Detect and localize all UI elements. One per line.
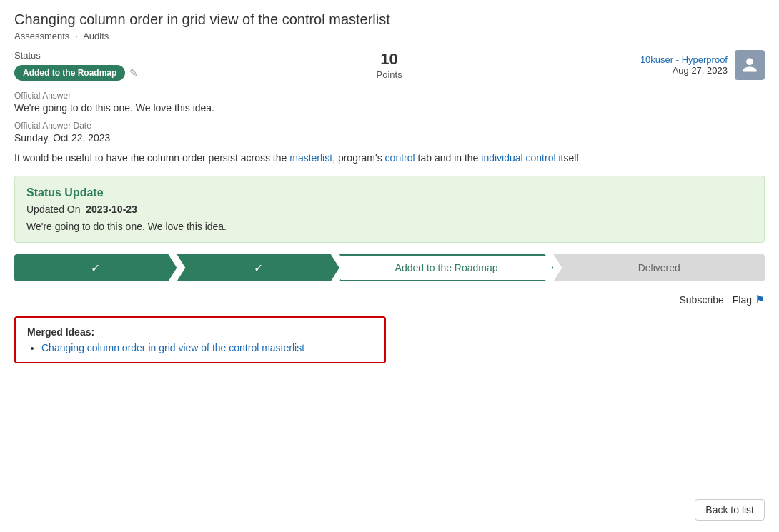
back-to-list-button[interactable]: Back to list xyxy=(695,499,765,521)
breadcrumb-separator: · xyxy=(75,31,80,41)
bottom-bar: Back to list xyxy=(695,499,765,521)
progress-step-2: ✓ xyxy=(177,254,339,281)
flag-label: Flag xyxy=(733,294,752,306)
flag-button[interactable]: Flag ⚑ xyxy=(733,293,765,306)
avatar-icon xyxy=(741,56,758,74)
edit-status-icon[interactable]: ✎ xyxy=(129,67,138,79)
progress-bar: ✓ ✓ Added to the Roadmap Delivered xyxy=(14,254,765,281)
avatar xyxy=(735,50,765,80)
official-date-label: Official Answer Date xyxy=(14,121,765,131)
status-label: Status xyxy=(14,50,138,61)
status-update-box: Status Update Updated On 2023-10-23 We'r… xyxy=(14,176,765,243)
status-update-date-label: Updated On xyxy=(26,204,81,215)
actions-row: Subscribe Flag ⚑ xyxy=(14,293,765,306)
breadcrumb-item-audits[interactable]: Audits xyxy=(83,31,109,41)
points-section: 10 Points xyxy=(361,50,418,80)
status-update-title: Status Update xyxy=(26,186,753,199)
merged-ideas-box: Merged Ideas: Changing column order in g… xyxy=(14,316,386,363)
official-answer-section: Official Answer We're going to do this o… xyxy=(14,91,765,114)
official-answer-text: We're going to do this one. We love this… xyxy=(14,102,765,114)
points-label: Points xyxy=(377,69,402,80)
status-update-date-value: 2023-10-23 xyxy=(86,204,137,215)
subscribe-button[interactable]: Subscribe xyxy=(680,294,724,306)
status-badge-row: Added to the Roadmap ✎ xyxy=(14,65,138,81)
author-date: Aug 27, 2023 xyxy=(640,65,728,76)
flag-icon: ⚑ xyxy=(755,293,765,306)
desc-highlight-2: control xyxy=(385,152,415,164)
progress-step-1: ✓ xyxy=(14,254,177,281)
status-update-body: We're going to do this one. We love this… xyxy=(26,221,753,232)
merged-ideas-list: Changing column order in grid view of th… xyxy=(27,342,373,353)
checkmark-2: ✓ xyxy=(254,261,263,275)
desc-highlight-3: individual control xyxy=(481,152,555,164)
meta-row: Status Added to the Roadmap ✎ 10 Points … xyxy=(14,50,765,81)
status-update-date-row: Updated On 2023-10-23 xyxy=(26,204,753,215)
progress-step-3: Added to the Roadmap xyxy=(339,254,554,281)
checkmark-1: ✓ xyxy=(91,261,100,275)
progress-step-3-label: Added to the Roadmap xyxy=(395,262,498,273)
official-date-text: Sunday, Oct 22, 2023 xyxy=(14,132,765,144)
merged-ideas-title: Merged Ideas: xyxy=(27,326,373,338)
author-section: 10kuser - Hyperproof Aug 27, 2023 xyxy=(640,50,765,80)
description-text: It would be useful to have the column or… xyxy=(14,151,765,166)
author-info: 10kuser - Hyperproof Aug 27, 2023 xyxy=(640,54,728,76)
page-title: Changing column order in grid view of th… xyxy=(14,11,765,28)
status-section: Status Added to the Roadmap ✎ xyxy=(14,50,138,81)
merged-idea-link[interactable]: Changing column order in grid view of th… xyxy=(41,342,304,353)
page-container: Changing column order in grid view of th… xyxy=(0,0,779,532)
status-badge-pill: Added to the Roadmap xyxy=(14,65,125,81)
merged-idea-item: Changing column order in grid view of th… xyxy=(41,342,373,353)
progress-step-4-label: Delivered xyxy=(638,262,680,273)
official-date-section: Official Answer Date Sunday, Oct 22, 202… xyxy=(14,121,765,144)
progress-step-4: Delivered xyxy=(553,254,765,281)
points-value: 10 xyxy=(361,50,418,69)
breadcrumb: Assessments · Audits xyxy=(14,31,765,41)
official-answer-label: Official Answer xyxy=(14,91,765,101)
desc-highlight-1: masterlist xyxy=(289,152,332,164)
author-name: 10kuser - Hyperproof xyxy=(640,54,728,65)
breadcrumb-item-assessments[interactable]: Assessments xyxy=(14,31,69,41)
